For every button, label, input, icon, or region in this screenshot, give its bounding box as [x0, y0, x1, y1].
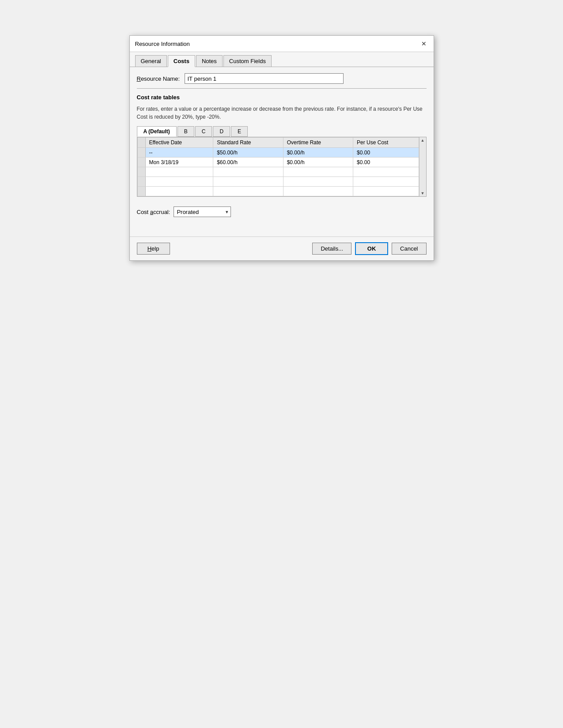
cost-rate-tables-label: Cost rate tables — [137, 94, 427, 101]
rate-tab-b[interactable]: B — [178, 126, 194, 137]
cost-accrual-row: Cost accrual: Start End Prorated — [137, 206, 427, 217]
standard-rate-3[interactable] — [213, 177, 283, 187]
overtime-rate-0[interactable]: $0.00/h — [283, 148, 353, 158]
table-row[interactable] — [137, 167, 426, 177]
col-overtime-rate-header: Overtime Rate — [283, 138, 353, 148]
cost-accrual-select[interactable]: Start End Prorated — [174, 206, 231, 217]
col-effective-date-header: Effective Date — [145, 138, 213, 148]
dialog-content: Resource Name: Cost rate tables For rate… — [130, 67, 434, 223]
col-standard-rate-header: Standard Rate — [213, 138, 283, 148]
row-selector-1[interactable] — [137, 158, 145, 167]
rate-table: Effective Date Standard Rate Overtime Ra… — [137, 137, 426, 196]
cost-accrual-label: Cost accrual: — [137, 209, 170, 215]
overtime-rate-3[interactable] — [283, 177, 353, 187]
table-row[interactable]: Mon 3/18/19 $60.00/h $0.00/h $0.00 — [137, 158, 426, 167]
row-selector-2[interactable] — [137, 167, 145, 177]
rate-tab-c[interactable]: C — [195, 126, 212, 137]
overtime-rate-1[interactable]: $0.00/h — [283, 158, 353, 167]
details-button[interactable]: Details... — [312, 243, 351, 255]
effective-date-4[interactable] — [145, 187, 213, 196]
rate-tab-a[interactable]: A (Default) — [137, 126, 177, 137]
standard-rate-4[interactable] — [213, 187, 283, 196]
rate-table-container: Effective Date Standard Rate Overtime Ra… — [137, 137, 427, 197]
tab-custom-fields[interactable]: Custom Fields — [223, 55, 272, 67]
title-bar: Resource Information ✕ — [130, 36, 434, 52]
effective-date-2[interactable] — [145, 167, 213, 177]
dialog-title: Resource Information — [135, 41, 190, 47]
rate-tab-d[interactable]: D — [213, 126, 230, 137]
row-selector-0[interactable] — [137, 148, 145, 158]
per-use-cost-0[interactable]: $0.00 — [353, 148, 419, 158]
col-selector-header — [137, 138, 145, 148]
effective-date-0[interactable]: -- — [145, 148, 213, 158]
footer-right-buttons: Details... OK Cancel — [312, 242, 426, 255]
overtime-rate-4[interactable] — [283, 187, 353, 196]
tab-costs[interactable]: Costs — [168, 55, 195, 67]
row-selector-3[interactable] — [137, 177, 145, 187]
table-scrollbar[interactable]: ▲ ▼ — [419, 137, 426, 196]
per-use-cost-2[interactable] — [353, 167, 419, 177]
effective-date-3[interactable] — [145, 177, 213, 187]
close-button[interactable]: ✕ — [419, 39, 428, 48]
table-row[interactable] — [137, 187, 426, 196]
description-text: For rates, enter a value or a percentage… — [137, 105, 427, 121]
resource-information-dialog: Resource Information ✕ General Costs Not… — [129, 35, 434, 261]
section-divider — [137, 88, 427, 89]
resource-name-input[interactable] — [185, 73, 344, 84]
scroll-up-icon[interactable]: ▲ — [421, 138, 425, 143]
standard-rate-2[interactable] — [213, 167, 283, 177]
ok-button[interactable]: OK — [355, 242, 388, 255]
col-per-use-cost-header: Per Use Cost — [353, 138, 419, 148]
per-use-cost-4[interactable] — [353, 187, 419, 196]
rate-tab-e[interactable]: E — [231, 126, 248, 137]
resource-name-row: Resource Name: — [137, 73, 427, 84]
help-button[interactable]: Help — [137, 243, 170, 255]
resource-name-label: Resource Name: — [137, 75, 181, 82]
row-selector-4[interactable] — [137, 187, 145, 196]
rate-table-wrapper: Effective Date Standard Rate Overtime Ra… — [137, 137, 427, 203]
cost-accrual-select-wrapper[interactable]: Start End Prorated — [174, 206, 231, 217]
effective-date-1[interactable]: Mon 3/18/19 — [145, 158, 213, 167]
table-row[interactable] — [137, 177, 426, 187]
per-use-cost-3[interactable] — [353, 177, 419, 187]
dialog-footer: Help Details... OK Cancel — [130, 236, 434, 260]
scroll-down-icon[interactable]: ▼ — [421, 191, 425, 195]
rate-tab-bar: A (Default) B C D E — [137, 126, 427, 137]
tab-notes[interactable]: Notes — [196, 55, 223, 67]
overtime-rate-2[interactable] — [283, 167, 353, 177]
tab-bar: General Costs Notes Custom Fields — [130, 52, 434, 67]
table-row[interactable]: -- $50.00/h $0.00/h $0.00 — [137, 148, 426, 158]
standard-rate-1[interactable]: $60.00/h — [213, 158, 283, 167]
cancel-button[interactable]: Cancel — [392, 243, 426, 255]
tab-general[interactable]: General — [135, 55, 167, 67]
standard-rate-0[interactable]: $50.00/h — [213, 148, 283, 158]
per-use-cost-1[interactable]: $0.00 — [353, 158, 419, 167]
